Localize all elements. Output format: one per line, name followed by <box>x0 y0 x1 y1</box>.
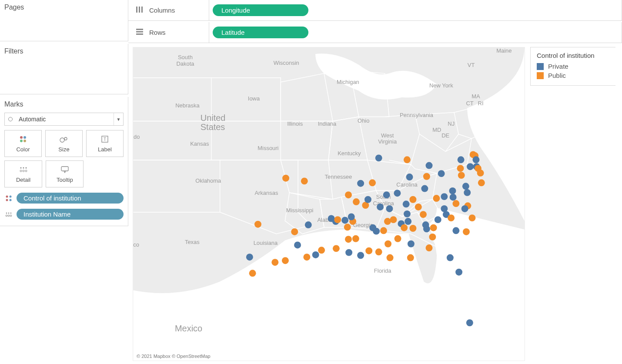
data-point[interactable] <box>249 270 256 277</box>
data-point[interactable] <box>407 254 414 261</box>
data-point[interactable] <box>405 218 411 225</box>
data-point[interactable] <box>369 179 376 186</box>
data-point[interactable] <box>282 257 289 264</box>
legend-item-private[interactable]: Private <box>537 63 609 70</box>
data-point[interactable] <box>380 227 387 234</box>
data-point[interactable] <box>458 156 465 163</box>
data-point[interactable] <box>254 221 261 228</box>
data-point[interactable] <box>352 235 359 242</box>
data-point[interactable] <box>438 170 445 177</box>
data-point[interactable] <box>408 240 415 247</box>
data-point[interactable] <box>348 214 355 220</box>
data-point[interactable] <box>404 210 411 217</box>
data-point[interactable] <box>369 224 376 231</box>
marks-type-dropdown[interactable]: Automatic ▼ <box>4 113 124 126</box>
data-point[interactable] <box>429 234 436 240</box>
data-point[interactable] <box>404 156 411 163</box>
data-point[interactable] <box>409 196 416 203</box>
data-point[interactable] <box>441 193 448 200</box>
data-point[interactable] <box>448 214 455 221</box>
data-point[interactable] <box>345 191 352 198</box>
data-point[interactable] <box>395 235 401 242</box>
data-point[interactable] <box>301 177 308 184</box>
rows-pill[interactable]: Latitude <box>213 27 308 38</box>
data-point[interactable] <box>462 183 469 190</box>
data-point[interactable] <box>467 163 474 170</box>
marks-color-pill[interactable]: Control of institution <box>17 193 124 204</box>
data-point[interactable] <box>461 205 468 212</box>
data-point[interactable] <box>420 211 427 218</box>
data-point[interactable] <box>435 216 441 223</box>
data-point[interactable] <box>423 173 430 180</box>
data-point[interactable] <box>452 227 459 234</box>
rows-icon <box>136 29 143 36</box>
data-point[interactable] <box>365 196 371 203</box>
data-point[interactable] <box>472 156 479 163</box>
columns-pill[interactable]: Longitude <box>213 4 308 16</box>
marks-color-button[interactable]: Color <box>4 130 42 157</box>
data-point[interactable] <box>433 195 440 202</box>
data-point[interactable] <box>409 225 416 232</box>
legend-item-public[interactable]: Public <box>537 72 609 79</box>
data-point[interactable] <box>447 254 454 261</box>
data-point[interactable] <box>345 249 352 256</box>
data-point[interactable] <box>387 254 394 261</box>
data-point[interactable] <box>430 224 437 231</box>
data-point[interactable] <box>282 175 289 182</box>
data-point[interactable] <box>421 185 428 192</box>
data-point[interactable] <box>468 214 475 221</box>
marks-detail-button[interactable]: Detail <box>4 160 42 187</box>
data-point[interactable] <box>464 189 471 196</box>
data-point[interactable] <box>390 216 397 223</box>
data-point[interactable] <box>385 240 391 247</box>
rows-shelf[interactable]: Rows Latitude <box>128 22 622 43</box>
data-point[interactable] <box>353 198 360 205</box>
data-point[interactable] <box>312 251 319 258</box>
data-point[interactable] <box>478 179 485 186</box>
data-point[interactable] <box>357 180 364 187</box>
data-point[interactable] <box>466 319 473 326</box>
data-point[interactable] <box>450 194 457 200</box>
map-view[interactable]: SouthDakota Wisconsin Michigan New York … <box>133 47 525 361</box>
data-point[interactable] <box>477 170 484 177</box>
data-point[interactable] <box>375 248 382 255</box>
data-point[interactable] <box>415 204 422 210</box>
data-point[interactable] <box>455 269 462 276</box>
data-point[interactable] <box>271 259 278 266</box>
data-point[interactable] <box>386 205 393 212</box>
marks-label-button[interactable]: T Label <box>86 130 124 157</box>
data-point[interactable] <box>463 228 470 235</box>
data-point[interactable] <box>341 217 348 224</box>
data-point[interactable] <box>344 224 351 230</box>
data-point[interactable] <box>303 254 310 260</box>
data-point[interactable] <box>365 247 372 254</box>
data-point[interactable] <box>318 247 325 254</box>
data-point[interactable] <box>403 200 410 207</box>
data-point[interactable] <box>426 162 433 169</box>
data-point[interactable] <box>377 204 384 210</box>
data-point[interactable] <box>291 228 298 235</box>
data-point[interactable] <box>452 200 459 207</box>
data-point[interactable] <box>333 245 340 252</box>
data-point[interactable] <box>426 244 433 251</box>
marks-tooltip-button[interactable]: Tooltip <box>46 160 84 187</box>
data-point[interactable] <box>406 174 413 180</box>
data-point[interactable] <box>423 225 430 232</box>
data-point[interactable] <box>305 221 312 228</box>
marks-detail-pill[interactable]: Institution Name <box>17 209 124 220</box>
data-point[interactable] <box>345 236 352 243</box>
data-point[interactable] <box>384 218 391 225</box>
data-point[interactable] <box>394 190 401 197</box>
columns-shelf[interactable]: Columns Longitude <box>128 0 622 21</box>
data-point[interactable] <box>357 252 364 259</box>
data-point[interactable] <box>401 224 408 231</box>
marks-size-button[interactable]: Size <box>45 130 83 157</box>
data-point[interactable] <box>246 254 253 260</box>
data-point[interactable] <box>458 172 465 179</box>
data-point[interactable] <box>449 187 456 194</box>
data-point[interactable] <box>334 216 341 223</box>
data-point[interactable] <box>294 241 301 248</box>
data-point[interactable] <box>457 165 464 172</box>
data-point[interactable] <box>383 191 390 198</box>
data-point[interactable] <box>375 154 382 161</box>
